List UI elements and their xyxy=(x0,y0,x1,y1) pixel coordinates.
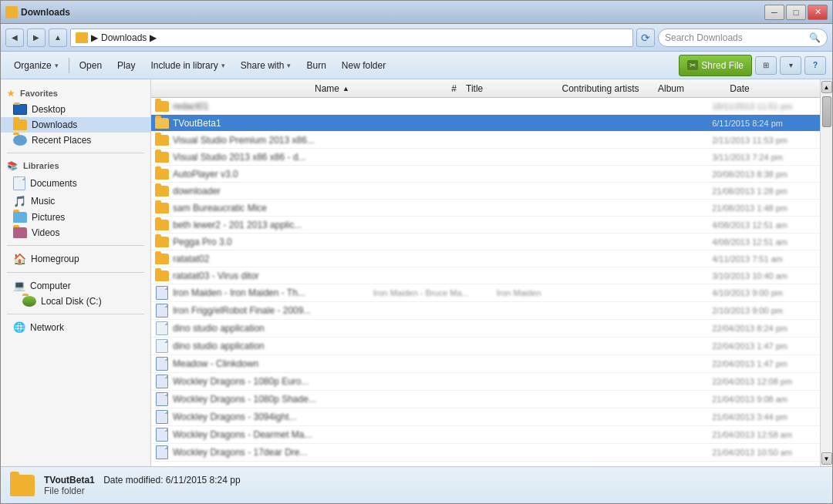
table-row[interactable]: Wockley Dragons - 1080p Shade... 21/04/2… xyxy=(151,391,820,408)
sort-arrow: ▲ xyxy=(342,85,349,92)
table-row[interactable]: Pegga Pro 3.0 4/08/2013 12:51 am xyxy=(151,234,820,250)
sidebar-item-downloads[interactable]: Downloads xyxy=(1,117,150,133)
table-row[interactable]: ratatat03 - Virus ditor 3/10/2013 10:40 … xyxy=(151,267,820,284)
col-artists-header[interactable]: Contributing artists xyxy=(562,83,658,94)
table-row[interactable]: AutoPlayer v3.0 20/08/2013 8:38 pm xyxy=(151,166,820,183)
table-row[interactable]: redact01 18/11/2013 11:51 pm xyxy=(151,98,820,115)
help-button[interactable]: ? xyxy=(804,56,826,75)
sidebar-item-network[interactable]: 🌐 Network xyxy=(1,319,150,335)
table-row[interactable]: downloader 21/08/2013 1:28 pm xyxy=(151,183,820,200)
sidebar-item-documents[interactable]: Documents xyxy=(1,174,150,193)
more-options-button[interactable]: ▾ xyxy=(780,56,801,75)
play-button[interactable]: Play xyxy=(110,55,142,76)
file-icon-cell xyxy=(151,270,173,281)
sidebar-item-recent-places[interactable]: Recent Places xyxy=(1,133,150,148)
col-hash-header[interactable]: # xyxy=(442,83,466,94)
scroll-track[interactable] xyxy=(821,93,832,452)
table-row[interactable]: Visual Studio Premium 2013 x86... 2/11/2… xyxy=(151,132,820,149)
sidebar-item-label: Local Disk (C:) xyxy=(41,296,102,307)
search-icon[interactable]: 🔍 xyxy=(809,32,821,43)
sidebar-item-videos[interactable]: Videos xyxy=(1,225,150,240)
table-row[interactable]: dino studio application 22/04/2013 1:47 … xyxy=(151,338,820,355)
maximize-button[interactable]: □ xyxy=(786,5,806,20)
file-date: 21/04/2013 10:50 am xyxy=(712,448,820,457)
table-row[interactable]: ratatat02 4/11/2013 7:51 am xyxy=(151,250,820,267)
file-date: 4/11/2013 7:51 am xyxy=(712,254,820,264)
col-title-header[interactable]: Title xyxy=(466,83,562,94)
sidebar-item-desktop[interactable]: Desktop xyxy=(1,102,150,117)
sidebar-item-computer[interactable]: 💻 Computer xyxy=(1,277,150,294)
videos-icon xyxy=(13,227,27,238)
shred-file-button[interactable]: ✂ Shred File xyxy=(679,55,752,76)
file-icon-cell xyxy=(151,254,173,264)
path-end-arrow: ▶ xyxy=(150,32,157,43)
open-button[interactable]: Open xyxy=(73,55,109,76)
status-info: TVoutBeta1 Date modified: 6/11/2015 8:24… xyxy=(44,475,241,496)
sidebar-item-label: Documents xyxy=(30,178,77,189)
file-name: Wockley Dragons - Dearmet Ma... xyxy=(173,429,342,440)
table-row[interactable]: Visual Studio 2013 x86 x86 - d... 3/11/2… xyxy=(151,149,820,166)
sidebar-item-local-disk[interactable]: Local Disk (C:) xyxy=(1,294,150,309)
favorites-label: ★ Favorites xyxy=(1,86,150,102)
file-name: dino studio application xyxy=(173,323,342,334)
table-row[interactable]: sam Bureaucratic Mice 21/08/2013 1:48 pm xyxy=(151,200,820,217)
file-icon-cell xyxy=(151,286,173,300)
sidebar-divider-3 xyxy=(7,272,144,273)
computer-icon: 💻 xyxy=(13,280,25,291)
minimize-button[interactable]: ─ xyxy=(764,5,784,20)
col-date-header[interactable]: Date xyxy=(730,83,820,94)
table-row[interactable]: TVoutBeta1 6/11/2015 8:24 pm xyxy=(151,115,820,132)
table-row[interactable]: Wockley Dragons - 3094ight... 21/04/2013… xyxy=(151,408,820,426)
file-list[interactable]: redact01 18/11/2013 11:51 pm TVoutBeta1 xyxy=(151,98,820,466)
table-row[interactable]: Wockley Dragons - Dearmet Ma... 21/04/20… xyxy=(151,426,820,444)
refresh-button[interactable]: ⟳ xyxy=(636,29,655,47)
sidebar-item-label: Network xyxy=(30,322,64,333)
file-icon-cell xyxy=(151,357,173,371)
search-box[interactable]: Search Downloads 🔍 xyxy=(658,29,828,47)
table-row[interactable]: Iron Frigg/elRobot Finale - 2009... 2/10… xyxy=(151,302,820,320)
music-icon: 🎵 xyxy=(13,195,26,207)
status-bar: TVoutBeta1 Date modified: 6/11/2015 8:24… xyxy=(1,466,832,503)
new-folder-button[interactable]: New folder xyxy=(335,55,393,76)
shred-icon: ✂ xyxy=(687,60,698,70)
sidebar-item-homegroup[interactable]: 🏠 Homegroup xyxy=(1,250,150,267)
sidebar-item-label: Videos xyxy=(32,227,59,238)
burn-button[interactable]: Burn xyxy=(299,55,332,76)
back-button[interactable]: ◀ xyxy=(5,29,24,47)
scrollbar[interactable]: ▲ ▼ xyxy=(820,79,832,466)
table-row[interactable]: beth lewer2 - 201 2013 applic... 4/08/20… xyxy=(151,217,820,234)
col-album-header[interactable]: Album xyxy=(658,83,730,94)
downloads-folder-icon xyxy=(13,119,27,130)
scroll-thumb[interactable] xyxy=(822,96,831,127)
file-icon-cell xyxy=(151,220,173,230)
view-options-button[interactable]: ⊞ xyxy=(755,56,777,75)
col-name-header[interactable]: Name ▲ xyxy=(309,83,442,94)
file-icon xyxy=(156,339,168,353)
mp3-icon xyxy=(156,392,168,406)
file-date: 21/08/2013 1:28 pm xyxy=(712,186,820,196)
file-date: 21/04/2013 3:44 pm xyxy=(712,412,820,422)
file-name: Meadow - Clinkdown xyxy=(173,358,342,369)
file-name: dino studio application xyxy=(173,341,342,351)
file-date: 3/10/2013 10:40 am xyxy=(712,271,820,281)
file-date: 21/08/2013 1:48 pm xyxy=(712,203,820,213)
address-path[interactable]: ▶ Downloads ▶ xyxy=(70,29,633,47)
table-row[interactable]: Wockley Dragons - 17dear Dre... 21/04/20… xyxy=(151,444,820,462)
table-row[interactable]: dino studio application 22/04/2013 8:24 … xyxy=(151,320,820,338)
organize-button[interactable]: Organize ▾ xyxy=(7,55,66,76)
sidebar-item-music[interactable]: 🎵 Music xyxy=(1,193,150,210)
table-row[interactable]: Wockley Dragons - 1080p Euro... 22/04/20… xyxy=(151,373,820,391)
sidebar-item-pictures[interactable]: Pictures xyxy=(1,210,150,225)
scroll-up-button[interactable]: ▲ xyxy=(821,81,832,93)
include-library-button[interactable]: Include in library ▾ xyxy=(143,55,231,76)
status-item-name: TVoutBeta1 Date modified: 6/11/2015 8:24… xyxy=(44,475,241,486)
file-icon-cell xyxy=(151,203,173,213)
close-button[interactable]: ✕ xyxy=(808,5,828,20)
up-button[interactable]: ▲ xyxy=(49,29,67,47)
table-row[interactable]: Iron Maiden - Iron Maiden - Th... Iron M… xyxy=(151,284,820,302)
share-with-button[interactable]: Share with ▾ xyxy=(234,55,298,76)
scroll-down-button[interactable]: ▼ xyxy=(821,452,832,465)
table-row[interactable]: Meadow - Clinkdown 22/04/2013 1:47 pm xyxy=(151,355,820,373)
forward-button[interactable]: ▶ xyxy=(27,29,46,47)
homegroup-icon: 🏠 xyxy=(13,253,26,265)
